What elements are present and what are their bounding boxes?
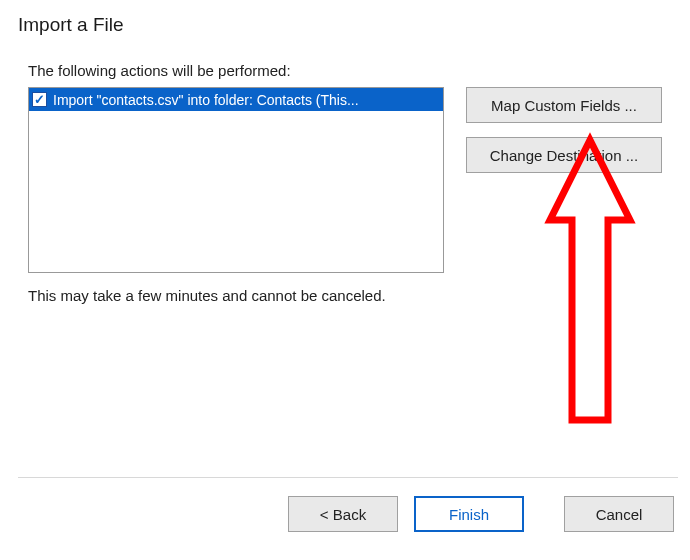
- list-item-label: Import "contacts.csv" into folder: Conta…: [53, 92, 359, 108]
- bottom-buttons: < Back Finish Cancel: [288, 496, 674, 532]
- note-text: This may take a few minutes and cannot b…: [28, 287, 668, 304]
- finish-button[interactable]: Finish: [414, 496, 524, 532]
- checkbox-icon[interactable]: ✓: [32, 92, 47, 107]
- cancel-button[interactable]: Cancel: [564, 496, 674, 532]
- actions-listbox[interactable]: ✓ Import "contacts.csv" into folder: Con…: [28, 87, 444, 273]
- map-custom-fields-button[interactable]: Map Custom Fields ...: [466, 87, 662, 123]
- change-destination-button[interactable]: Change Destination ...: [466, 137, 662, 173]
- list-item[interactable]: ✓ Import "contacts.csv" into folder: Con…: [29, 88, 443, 111]
- actions-row: ✓ Import "contacts.csv" into folder: Con…: [28, 87, 668, 273]
- back-button[interactable]: < Back: [288, 496, 398, 532]
- separator: [18, 477, 678, 478]
- actions-label: The following actions will be performed:: [28, 62, 668, 79]
- content-area: The following actions will be performed:…: [0, 44, 690, 304]
- dialog-title: Import a File: [0, 0, 690, 44]
- side-buttons: Map Custom Fields ... Change Destination…: [466, 87, 662, 173]
